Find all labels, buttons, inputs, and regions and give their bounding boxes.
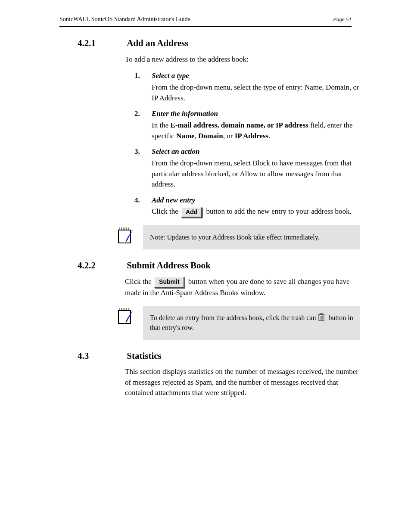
step-body: From the drop-down menu, select the type… <box>152 83 359 102</box>
step-body: In the E-mail address, domain name, or I… <box>152 121 353 140</box>
add-button[interactable]: Add <box>181 207 202 218</box>
section-number: 4.2.1 <box>78 37 125 50</box>
step-item: 4. Add new entry Click the Add button to… <box>125 195 360 218</box>
section-paragraph: This section displays statistics on the … <box>125 367 360 398</box>
step-heading: Select a type <box>152 71 360 81</box>
note-icon <box>116 226 134 244</box>
section-number: 4.2.2 <box>78 259 125 272</box>
section-paragraph: Click the Submit button when you are don… <box>125 277 360 298</box>
header-rule <box>59 26 352 27</box>
note-box: Note: Updates to your Address Book take … <box>143 225 360 249</box>
step-body: From the drop-down menu, select Block to… <box>152 159 352 188</box>
trash-icon[interactable] <box>318 313 325 321</box>
note-text: To delete an entry from the address book… <box>150 314 318 321</box>
note-text: Note: Updates to your Address Book take … <box>150 233 320 241</box>
step-heading: Select an action <box>152 146 360 157</box>
section-title: Add an Address <box>127 38 188 48</box>
section-intro: To add a new address to the address book… <box>125 54 360 65</box>
step-list: 1. Select a type From the drop-down menu… <box>125 71 360 218</box>
step-number: 1. <box>134 71 140 81</box>
step-heading: Enter the information <box>152 109 360 119</box>
section-title: Submit Address Book <box>127 260 211 271</box>
step-item: 3. Select an action From the drop-down m… <box>125 146 360 190</box>
step-number: 2. <box>134 109 140 119</box>
page-number: Page 51 <box>333 16 352 24</box>
svg-rect-25 <box>320 313 323 314</box>
step-heading: Add new entry <box>152 195 360 206</box>
submit-button[interactable]: Submit <box>154 277 184 288</box>
note-icon <box>116 307 134 325</box>
step-item: 2. Enter the information In the E-mail a… <box>125 109 360 141</box>
section-title: Statistics <box>127 351 162 361</box>
doc-title: SonicWALL SonicOS Standard Administrator… <box>59 15 190 24</box>
step-body: Click the Add button to add the new entr… <box>152 207 352 215</box>
step-number: 3. <box>134 146 140 157</box>
note-box: To delete an entry from the address book… <box>143 306 360 339</box>
step-number: 4. <box>134 195 140 206</box>
section-number: 4.3 <box>78 349 125 362</box>
step-item: 1. Select a type From the drop-down menu… <box>125 71 360 103</box>
